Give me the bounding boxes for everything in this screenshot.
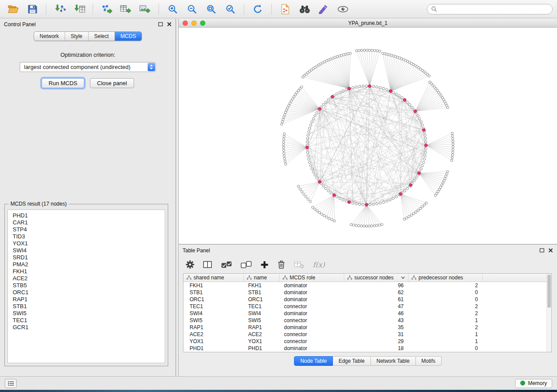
column-header-shared-name[interactable]: shared name: [183, 274, 244, 282]
mcds-result-item[interactable]: FKH1: [8, 268, 165, 275]
tab-network-table[interactable]: Network Table: [371, 356, 416, 366]
mcds-result-item[interactable]: ORC1: [8, 289, 165, 296]
close-panel-button[interactable]: Close panel: [90, 78, 134, 88]
mcds-result-item[interactable]: PMA2: [8, 261, 165, 268]
mcds-result-item[interactable]: RAP1: [8, 296, 165, 303]
table-cell[interactable]: 1: [408, 331, 483, 338]
tab-select[interactable]: Select: [89, 32, 115, 41]
search-network-button[interactable]: [296, 2, 313, 16]
mcds-result-item[interactable]: STB5: [8, 282, 165, 289]
table-cell[interactable]: dominator: [280, 282, 344, 289]
table-cell[interactable]: [483, 282, 551, 289]
table-cell[interactable]: [483, 324, 551, 331]
table-row[interactable]: PHD1PHD1dominator180: [183, 345, 551, 352]
tab-motifs[interactable]: Motifs: [416, 356, 442, 366]
table-cell[interactable]: 0: [408, 296, 483, 303]
table-cell[interactable]: 62: [344, 289, 408, 296]
table-cell[interactable]: 2: [408, 282, 483, 289]
table-cell[interactable]: FKH1: [183, 282, 244, 289]
table-cell[interactable]: [483, 338, 551, 345]
mcds-result-item[interactable]: ACE2: [8, 275, 165, 282]
column-header-mcds-role[interactable]: MCDS role: [280, 274, 344, 282]
table-cell[interactable]: [483, 303, 551, 310]
open-session-button[interactable]: [4, 2, 22, 16]
mcds-result-list[interactable]: PHD1CAR1STP4TID3YOX1SWI4SRD1PMA2FKH1ACE2…: [7, 210, 165, 363]
table-cell[interactable]: TEC1: [244, 303, 280, 310]
table-cell[interactable]: 46: [344, 310, 408, 317]
table-cell[interactable]: 1: [408, 338, 483, 345]
table-cell[interactable]: 2: [408, 310, 483, 317]
table-row[interactable]: ORC1ORC1dominator610: [183, 296, 551, 303]
clear-selection-icon[interactable]: [241, 261, 252, 268]
table-row[interactable]: YOX1YOX1connector291: [183, 338, 551, 345]
export-network-button[interactable]: [98, 2, 115, 16]
table-cell[interactable]: TEC1: [183, 303, 244, 310]
table-cell[interactable]: dominator: [280, 296, 344, 303]
table-cell[interactable]: dominator: [280, 289, 344, 296]
table-settings-gear-icon[interactable]: [186, 260, 194, 269]
export-image-button[interactable]: [136, 2, 154, 16]
table-row[interactable]: FKH1FKH1dominator962: [183, 282, 551, 289]
float-panel-icon[interactable]: [158, 22, 163, 27]
network-graph[interactable]: [179, 28, 557, 244]
table-cell[interactable]: ORC1: [183, 296, 244, 303]
table-cell[interactable]: connector: [280, 338, 344, 345]
table-cell[interactable]: 0: [408, 345, 483, 352]
mcds-result-item[interactable]: TID3: [8, 233, 165, 240]
tab-mcds[interactable]: MCDS: [115, 32, 142, 41]
memory-button[interactable]: Memory: [515, 379, 552, 388]
table-cell[interactable]: SWI5: [244, 317, 280, 324]
table-cell[interactable]: RAP1: [244, 324, 280, 331]
table-cell[interactable]: 43: [344, 317, 408, 324]
table-cell[interactable]: 2: [408, 303, 483, 310]
table-cell[interactable]: YOX1: [244, 338, 280, 345]
table-cell[interactable]: connector: [280, 331, 344, 338]
table-cell[interactable]: 35: [344, 324, 408, 331]
export-web-button[interactable]: [277, 2, 294, 16]
mcds-result-item[interactable]: PHD1: [8, 212, 165, 219]
mcds-result-item[interactable]: SRD1: [8, 254, 165, 261]
column-header-successor-nodes[interactable]: successor nodes: [344, 274, 408, 282]
table-scrollbar-thumb[interactable]: [547, 275, 551, 308]
table-cell[interactable]: ACE2: [183, 331, 244, 338]
table-cell[interactable]: 47: [344, 303, 408, 310]
refresh-layout-button[interactable]: [249, 2, 266, 16]
delete-icon[interactable]: [277, 260, 285, 269]
run-mcds-button[interactable]: Run MCDS: [42, 78, 84, 88]
mcds-result-item[interactable]: CAR1: [8, 219, 165, 226]
table-row[interactable]: STB1STB1dominator620: [183, 289, 551, 296]
tab-style[interactable]: Style: [65, 32, 89, 41]
maximize-window-icon[interactable]: [200, 21, 205, 26]
sort-chevron-icon[interactable]: [401, 276, 405, 279]
table-row[interactable]: SWI4SWI4dominator462: [183, 310, 551, 317]
mcds-result-item[interactable]: STP4: [8, 226, 165, 233]
table-cell[interactable]: PHD1: [244, 345, 280, 352]
column-header-predecessor-nodes[interactable]: predecessor nodes: [408, 274, 483, 282]
table-cell[interactable]: connector: [280, 303, 344, 310]
table-cell[interactable]: dominator: [280, 345, 344, 352]
import-network-button[interactable]: [51, 2, 69, 16]
show-columns-icon[interactable]: [203, 261, 212, 268]
search-input[interactable]: [439, 6, 548, 12]
table-cell[interactable]: SWI5: [183, 317, 244, 324]
table-cell[interactable]: SWI4: [183, 310, 244, 317]
table-cell[interactable]: [483, 296, 551, 303]
table-cell[interactable]: PHD1: [183, 345, 244, 352]
table-row[interactable]: ACE2ACE2connector311: [183, 331, 551, 338]
export-table-button[interactable]: [117, 2, 135, 16]
zoom-in-button[interactable]: [164, 2, 181, 16]
column-header-name[interactable]: name: [244, 274, 280, 282]
table-cell[interactable]: [483, 345, 551, 352]
mcds-result-item[interactable]: SWI5: [8, 310, 165, 317]
select-all-icon[interactable]: [221, 261, 232, 268]
table-cell[interactable]: RAP1: [183, 324, 244, 331]
table-cell[interactable]: dominator: [280, 324, 344, 331]
table-row[interactable]: SWI5SWI5connector431: [183, 317, 551, 324]
mcds-result-item[interactable]: GCR1: [8, 324, 165, 331]
table-cell[interactable]: 18: [344, 345, 408, 352]
table-cell[interactable]: [483, 310, 551, 317]
table-scrollbar[interactable]: [547, 274, 551, 352]
table-cell[interactable]: 96: [344, 282, 408, 289]
graphics-details-button[interactable]: [315, 2, 332, 16]
table-cell[interactable]: STB1: [244, 289, 280, 296]
